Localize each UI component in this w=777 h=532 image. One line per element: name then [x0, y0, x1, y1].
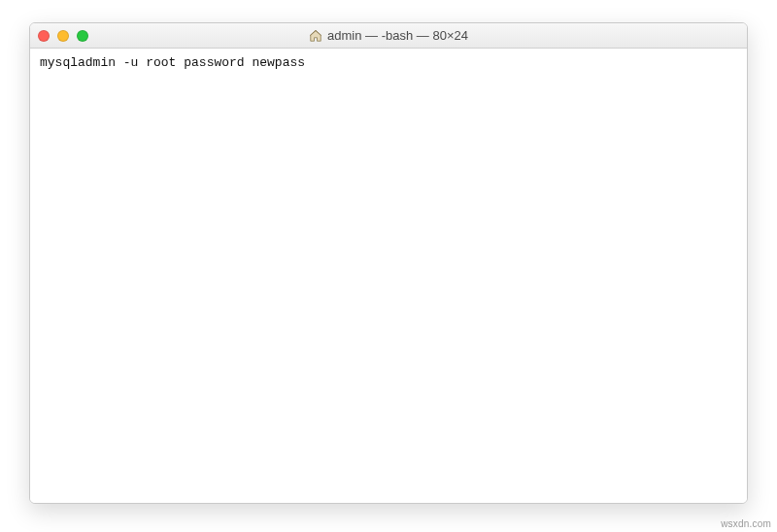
- home-icon: [309, 29, 322, 43]
- zoom-icon[interactable]: [77, 30, 88, 42]
- terminal-body[interactable]: mysqladmin -u root password newpass: [30, 49, 747, 503]
- traffic-lights: [38, 30, 88, 42]
- close-icon[interactable]: [38, 30, 50, 42]
- window-title: admin — -bash — 80×24: [327, 28, 468, 43]
- terminal-line: mysqladmin -u root password newpass: [40, 55, 305, 70]
- watermark: wsxdn.com: [721, 518, 771, 529]
- titlebar[interactable]: admin — -bash — 80×24: [30, 23, 747, 49]
- terminal-window: admin — -bash — 80×24 mysqladmin -u root…: [29, 22, 748, 504]
- minimize-icon[interactable]: [57, 30, 69, 42]
- title-wrap: admin — -bash — 80×24: [30, 28, 747, 43]
